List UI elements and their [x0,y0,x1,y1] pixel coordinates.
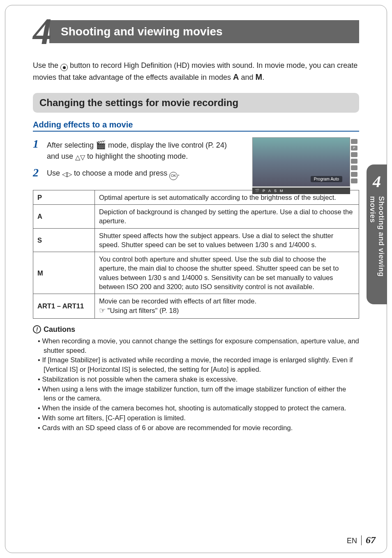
step-1-text: After selecting 🎬 mode, display the live… [47,137,236,162]
movie-mode-icon: 🎬 [96,140,106,149]
mode-table: P Optimal aperture is set automatically … [33,190,359,319]
lv-icon-3 [351,152,357,157]
reference-icon: ☞ [99,306,106,315]
intro-text-2: button to record High Definition (HD) mo… [33,61,357,82]
chapter-header: 4 Shooting and viewing movies [33,16,359,47]
step-2-number: 2 [33,166,47,180]
bar-m: M [280,189,283,193]
step-2-p1: Use [47,169,62,177]
mode-a-label: A [233,72,239,81]
lv-icon-p: P [351,146,357,150]
cautions-list: When recording a movie, you cannot chang… [33,336,359,433]
lv-icon-7 [351,178,357,183]
footer-divider [361,535,362,545]
live-view-icon-column: P [351,139,359,183]
live-view-control-bar: 🎬 P A S M [252,188,350,194]
mode-label-s: S [33,228,95,252]
up-arrow-icon: △ [75,153,80,162]
caution-item: When the inside of the camera becomes ho… [38,403,359,413]
subsection-heading: Adding effects to a movie [33,120,359,132]
mode-label-m: M [33,252,95,294]
mode-desc-a: Depiction of background is changed by se… [95,205,359,229]
caution-icon: ! [33,325,41,333]
step-1-p1: After selecting [47,141,96,149]
chapter-title: Shooting and viewing movies [49,20,359,43]
side-tab-label: Shooting and viewing movies [368,196,385,304]
step-2-p2: to choose a mode and press [72,169,169,177]
step-2-text: Use ◁▷ to choose a mode and press OK. [47,166,180,180]
page-footer: EN 67 [347,535,376,546]
mode-desc-art: Movie can be recorded with effects of ar… [95,294,359,319]
lv-icon-1 [351,139,357,144]
bar-p: P [263,189,265,193]
table-row: ART1 – ART11 Movie can be recorded with … [33,294,359,319]
side-tab: 4 Shooting and viewing movies [367,164,387,304]
program-auto-label: Program Auto [311,176,342,182]
mode-desc-s: Shutter speed affects how the subject ap… [95,228,359,252]
caution-item: Stabilization is not possible when the c… [38,375,359,384]
mode-label-a: A [33,205,95,229]
mode-label-p: P [33,190,95,204]
lv-icon-4 [351,159,357,164]
intro-paragraph: Use the button to record High Definition… [33,60,359,83]
page-content: 4 Shooting and viewing movies Use the bu… [33,16,359,433]
bar-s: S [274,189,277,193]
mode-m-label: M [255,72,262,81]
caution-item: If [Image Stabilizer] is activated while… [38,355,359,374]
caution-item: With some art filters, [C-AF] operation … [38,413,359,423]
mode-label-art: ART1 – ART11 [33,294,95,319]
record-button-icon [60,64,68,71]
right-arrow-icon: ▷ [67,169,72,179]
step-1-p3: to highlight the shooting mode. [85,152,188,160]
lv-icon-5 [351,165,357,170]
mode-desc-art-text: Movie can be recorded with effects of ar… [99,297,256,305]
left-arrow-icon: ◁ [62,169,67,179]
chapter-number: 4 [33,16,52,47]
mode-desc-art-ref: "Using art filters" (P. 18) [106,307,179,314]
footer-page-number: 67 [366,535,376,546]
table-row: A Depiction of background is changed by … [33,205,359,229]
side-tab-number: 4 [373,172,381,191]
bar-a: A [268,189,271,193]
movie-mode-icon: 🎬 [255,189,259,193]
live-view-thumbnail: Program Auto P 🎬 P A S M [252,137,359,195]
steps-block: Program Auto P 🎬 P A S M 1 Aft [33,137,359,180]
caution-item: When recording a movie, you cannot chang… [38,336,359,355]
intro-text-1: Use the [33,61,60,69]
section-heading: Changing the settings for movie recordin… [33,93,359,113]
cautions-heading: ! Cautions [33,325,359,334]
down-arrow-icon: ▽ [80,153,85,162]
intro-and: and [239,73,255,81]
intro-end: . [262,73,264,81]
footer-language: EN [347,537,357,545]
caution-item: Cards with an SD speed class of 6 or abo… [38,423,359,433]
caution-item: When using a lens with the image stabili… [38,384,359,403]
cautions-label: Cautions [44,325,75,334]
step-1-number: 1 [33,137,47,162]
ok-button-icon: OK [169,172,178,180]
table-row: M You control both aperture and shutter … [33,252,359,294]
table-row: S Shutter speed affects how the subject … [33,228,359,252]
live-view-image: Program Auto [252,137,350,187]
mode-desc-m: You control both aperture and shutter sp… [95,252,359,294]
step-2-p3: . [178,169,180,177]
lv-icon-6 [351,172,357,177]
